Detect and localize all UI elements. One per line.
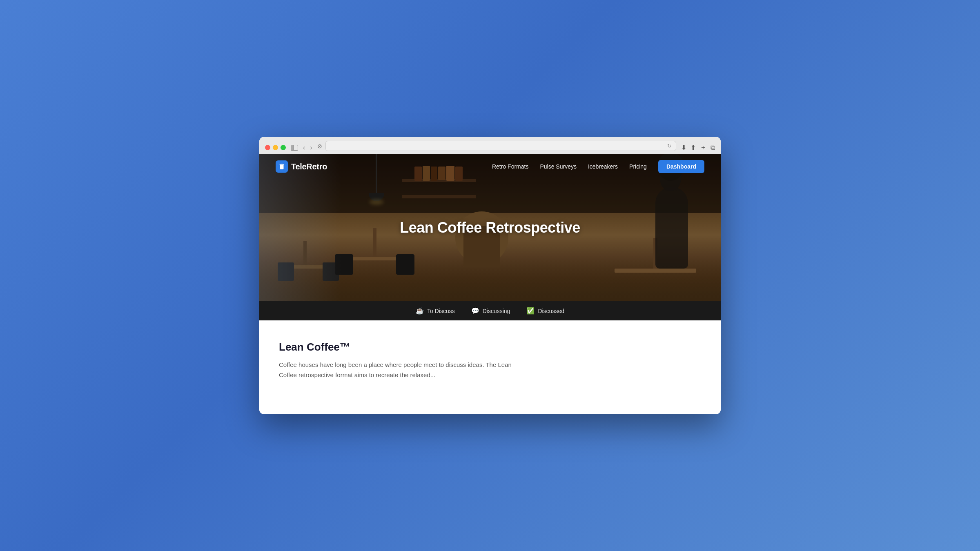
content-section: Lean Coffee™ Coffee houses have long bee… xyxy=(259,320,721,414)
sidebar-toggle-button[interactable] xyxy=(291,145,298,151)
site-nav: TeleRetro Retro Formats Pulse Surveys Ic… xyxy=(259,154,721,179)
forward-button[interactable]: › xyxy=(310,144,312,151)
browser-actions: ⬇ ⬆ ＋ ⧉ xyxy=(681,143,715,152)
discussing-emoji: 💬 xyxy=(471,307,479,315)
nav-link-pricing[interactable]: Pricing xyxy=(629,163,647,170)
browser-titlebar: ‹ › ⊘ ↻ ⬇ ⬆ ＋ ⧉ xyxy=(265,141,715,154)
new-tab-icon[interactable]: ＋ xyxy=(700,143,706,152)
discussed-emoji: ✅ xyxy=(526,307,535,315)
status-to-discuss: ☕ To Discuss xyxy=(416,307,455,315)
nav-link-retro-formats[interactable]: Retro Formats xyxy=(492,163,528,170)
traffic-lights xyxy=(265,145,286,150)
hero-section: TeleRetro Retro Formats Pulse Surveys Ic… xyxy=(259,154,721,320)
share-icon[interactable]: ⬆ xyxy=(690,144,696,151)
security-icon: ⊘ xyxy=(317,143,322,149)
nav-link-icebreakers[interactable]: Icebreakers xyxy=(588,163,618,170)
duplicate-icon[interactable]: ⧉ xyxy=(710,144,715,151)
status-discussed: ✅ Discussed xyxy=(526,307,564,315)
dashboard-button[interactable]: Dashboard xyxy=(658,160,704,173)
browser-window: ‹ › ⊘ ↻ ⬇ ⬆ ＋ ⧉ xyxy=(259,137,721,414)
page-wrapper: TeleRetro Retro Formats Pulse Surveys Ic… xyxy=(259,154,721,414)
nav-links: Retro Formats Pulse Surveys Icebreakers … xyxy=(492,160,704,173)
to-discuss-label: To Discuss xyxy=(427,308,455,314)
browser-chrome: ‹ › ⊘ ↻ ⬇ ⬆ ＋ ⧉ xyxy=(259,137,721,154)
content-title: Lean Coffee™ xyxy=(279,341,701,353)
nav-logo[interactable]: TeleRetro xyxy=(276,160,327,173)
discussing-label: Discussing xyxy=(483,308,510,314)
to-discuss-emoji: ☕ xyxy=(416,307,424,315)
address-bar[interactable]: ↻ xyxy=(325,141,676,151)
minimize-button[interactable] xyxy=(273,145,278,150)
status-discussing: 💬 Discussing xyxy=(471,307,510,315)
discussed-label: Discussed xyxy=(538,308,564,314)
close-button[interactable] xyxy=(265,145,270,150)
refresh-icon[interactable]: ↻ xyxy=(667,143,672,149)
status-bar: ☕ To Discuss 💬 Discussing ✅ Discussed xyxy=(259,301,721,320)
logo-icon xyxy=(276,160,288,173)
back-button[interactable]: ‹ xyxy=(303,144,305,151)
content-text: Coffee houses have long been a place whe… xyxy=(279,360,524,380)
download-icon[interactable]: ⬇ xyxy=(681,144,686,151)
logo-text: TeleRetro xyxy=(291,162,327,171)
nav-link-pulse-surveys[interactable]: Pulse Surveys xyxy=(540,163,576,170)
maximize-button[interactable] xyxy=(281,145,286,150)
hero-title: Lean Coffee Retrospective xyxy=(400,219,580,236)
